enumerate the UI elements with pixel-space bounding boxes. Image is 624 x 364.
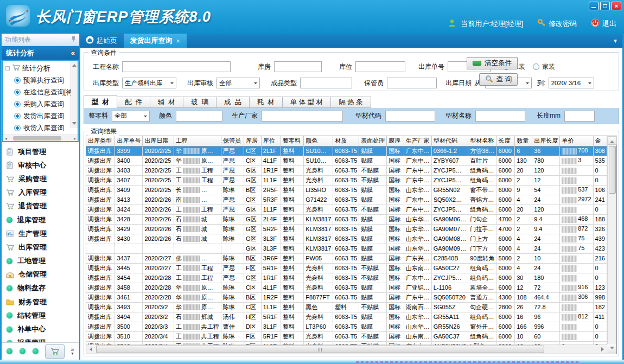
tree-item[interactable]: 预算执行查询 [5,74,78,86]
material-tab[interactable]: 玻 璃 [183,97,217,108]
column-header[interactable]: 单价 [560,136,593,146]
color-input[interactable] [176,111,222,122]
table-row[interactable]: 调拨出库34302020/2/26石城陈琳G区3L3F整料KLM38176063… [86,234,607,244]
date-to-picker[interactable]: 2020/ 3/16 [549,78,594,88]
table-row[interactable]: 调拨出库34452020/2/27工工程严思F区5R1F整料光身料6063-T5… [86,263,607,273]
column-header[interactable]: 库位 [261,136,281,146]
module-item[interactable]: 仓储管理 [6,268,79,282]
project-name-input[interactable] [122,61,231,72]
table-row[interactable]: 调拨出库33992020/2/25华原…严思C区2L1F整料SU10…6063-… [86,146,607,156]
table-row[interactable]: 调拨出库34542020/2/28工工程严思G区1R1F整料光身料6063-T5… [86,273,607,283]
module-item[interactable]: 结转管理 [6,309,79,322]
table-row[interactable]: 调拨出库34372020/2/27佛…陈琳B区3R6F整料PW056063-T5… [86,253,607,263]
column-header[interactable]: 长度 [496,136,515,146]
column-header[interactable]: 金 [593,136,607,146]
profile-code-input[interactable] [385,111,435,122]
tree-item[interactable]: 收货入库查询 [5,122,78,134]
manufacturer-input[interactable] [262,111,343,122]
column-header[interactable]: 生产厂家 [404,136,431,146]
scroll-right-icon[interactable] [601,347,606,352]
profile-name-input[interactable] [475,111,525,122]
logout-button[interactable]: 退出 [591,18,616,29]
module-item[interactable]: 物料盘存 [6,282,79,295]
tree-vertical-scrollbar[interactable] [71,61,78,128]
module-item[interactable]: 生产管理 [6,227,79,240]
horizontal-scroll-thumb[interactable] [96,346,544,353]
table-row[interactable]: 调拨出库34282020/2/26石城陈琳G区2L4F整料KLM38176063… [86,214,607,224]
material-tab[interactable]: 耗 材 [250,97,283,108]
module-item[interactable]: 退货管理 [6,200,79,213]
module-item[interactable]: 报废管理 [6,336,79,342]
table-row[interactable]: 调拨出库34032020/2/25工工程严思G区1R1F整料光身料6063-T5… [86,165,607,175]
tree-root-node[interactable]: 统计分析 [5,62,78,74]
module-dot-icon[interactable] [32,348,39,355]
material-tab[interactable]: 配 件 [117,97,150,108]
tabstrip-overflow-icon[interactable]: ▼ [613,38,618,44]
scroll-left-icon[interactable] [87,347,92,352]
column-header[interactable]: 表面处理 [359,136,387,146]
column-header[interactable]: 型材代码 [431,136,468,146]
table-row[interactable]: G区3L3F整料KLM38176063-T5贴膜国标山东华…GA90M09…门下… [86,244,607,253]
vertical-scrollbar[interactable] [607,136,616,344]
pin-icon[interactable] [71,36,76,43]
module-item[interactable]: 补单中心 [6,322,79,336]
column-header[interactable]: 数量 [515,136,532,146]
table-row[interactable]: 调拨出库34132020/2/26南…严思C区5R3F整料G714226063-… [86,195,607,205]
scroll-up-icon[interactable] [608,136,617,145]
module-dot-icon[interactable] [19,348,26,355]
tree-item[interactable]: 采购入库查询 [5,98,78,110]
material-tab[interactable]: 成 品 [217,97,250,108]
statistics-shortcut-button[interactable] [45,344,65,359]
scroll-down-icon[interactable] [607,344,616,353]
column-header[interactable]: 工程 [174,136,221,146]
tree-item[interactable]: 在途信息查询[待 [5,86,78,98]
vertical-scroll-thumb[interactable] [609,146,616,194]
column-header[interactable]: 保管员 [221,136,244,146]
statistics-group-header[interactable]: 统计分析 « [2,46,79,60]
length-input[interactable] [564,111,595,122]
warehouse-input[interactable] [274,61,322,72]
column-header[interactable]: 膜厚 [387,136,404,146]
table-row[interactable]: 调拨出库34002020/2/25华原…严思C区4L1F整料SU10…6063-… [86,156,607,165]
module-item[interactable]: 项目管理 [6,145,79,158]
material-tab[interactable]: 型 材 [84,95,117,108]
tree-item[interactable]: 发货出库查询 [5,110,78,122]
table-row[interactable]: 调拨出库34292020/2/26石城陈琳G区5R2F整料KLM38176063… [86,224,607,234]
clear-conditions-button[interactable]: 清空条件 [467,57,518,69]
column-header[interactable]: 出库长度 [532,136,560,146]
tree-horizontal-scrollbar[interactable]: ◂ ▸ [3,135,78,141]
module-item[interactable]: 工地管理 [6,254,79,268]
out-type-select[interactable]: 生产领料出库 [122,78,176,88]
table-row[interactable]: 调拨出库34942020/3/2石辉城汤伟H区5R1F整料光身料6063-T5贴… [86,312,607,322]
material-tab[interactable]: 隔 热 条 [331,97,371,108]
module-item[interactable]: 退库管理 [6,213,79,227]
column-header[interactable]: 出库单号 [115,136,143,146]
column-header[interactable]: 型材名称 [468,136,496,146]
module-item[interactable]: 入库管理 [6,186,79,200]
tab-close-icon[interactable]: × [176,37,181,45]
module-item[interactable]: 审核中心 [6,158,79,172]
tab-home[interactable]: 起始页 [80,34,124,48]
horizontal-scrollbar[interactable] [86,344,607,354]
table-row[interactable]: 调拨出库35002020/3/3工共工程曹佳D区3L1F整料LT3P606063… [86,322,607,331]
column-header[interactable]: 出库类型 [86,136,115,146]
change-password-button[interactable]: 修改密码 [537,18,577,29]
column-header[interactable]: 整零料 [281,136,303,146]
module-item[interactable]: 财务管理 [6,295,79,309]
tab-shipment-outbound-query[interactable]: 发货出库查询 × [124,34,187,48]
keeper-input[interactable] [387,78,437,88]
whole-part-select[interactable]: 全部 [112,111,150,122]
module-item[interactable]: 采购管理 [6,172,79,186]
table-row[interactable]: 调拨出库34242020/2/26工工程严思G区1L1F整料光身料6063-T5… [86,205,607,214]
module-item[interactable]: 出库管理 [6,240,79,254]
location-input[interactable] [355,61,405,72]
close-button[interactable]: × [612,2,621,10]
table-row[interactable]: 调拨出库34072020/2/25工工程严思G区1L1F整料光身料6063-T5… [86,175,607,185]
column-header[interactable]: 库房 [244,136,261,146]
tree-expander-icon[interactable] [5,66,10,71]
column-header[interactable]: 材质 [333,136,359,146]
table-row[interactable]: 调拨出库34092020/2/25长…陈琳B区2R5F整料LI35HO6063-… [86,185,607,195]
column-header[interactable]: 颜色 [304,136,333,146]
material-tab[interactable]: 单 体 型 材 [283,97,331,108]
table-row[interactable]: 调拨出库35102020/3/4工共工程陈琳F区5R1F整料光身料6063-T5… [86,331,607,341]
